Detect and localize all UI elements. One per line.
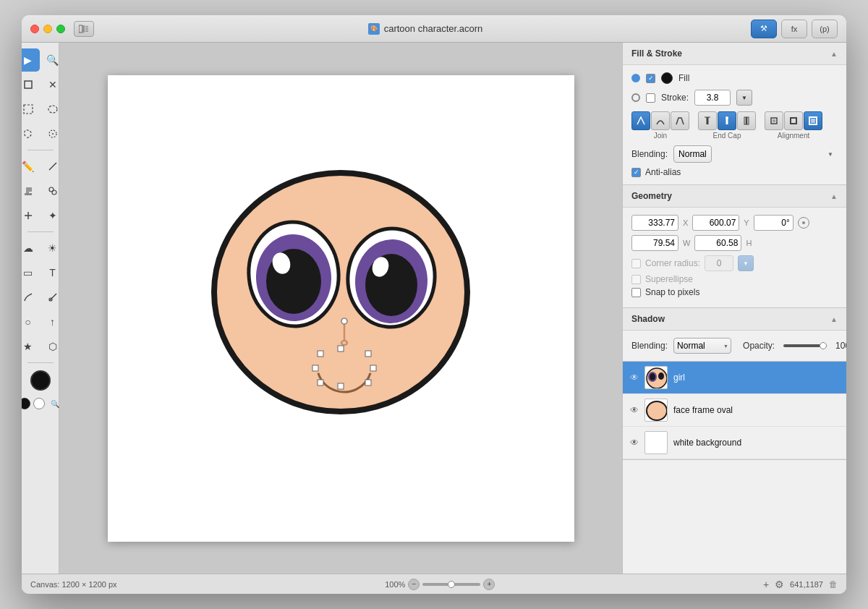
zoom-level: 100% xyxy=(385,580,405,589)
layer-name: girl xyxy=(673,372,839,383)
svg-rect-26 xyxy=(811,119,815,123)
settings-button[interactable]: ⚙ xyxy=(775,579,784,590)
canvas-info: Canvas: 1200 × 1200 px xyxy=(30,580,117,589)
stroke-dropdown[interactable]: ▼ xyxy=(736,90,752,106)
crop-tool[interactable] xyxy=(22,73,40,96)
statusbar: Canvas: 1200 × 1200 px 100% − + + ⚙ 641,… xyxy=(22,574,846,594)
w-input[interactable] xyxy=(631,235,678,251)
geometry-header[interactable]: Geometry ▲ xyxy=(623,185,846,208)
fullscreen-button[interactable] xyxy=(56,25,65,33)
pen-tool[interactable]: ✏️ xyxy=(22,155,40,178)
main-content: ▶ 🔍 ✕ xyxy=(22,43,846,574)
align-center-btn[interactable] xyxy=(784,111,803,130)
zoom-in-button[interactable]: + xyxy=(483,579,495,590)
lasso-tool[interactable] xyxy=(22,122,40,145)
h-input[interactable] xyxy=(694,235,741,251)
shadow-header[interactable]: Shadow ▲ xyxy=(623,308,846,331)
star-tool[interactable]: ★ xyxy=(22,335,40,358)
align-inside-btn[interactable] xyxy=(765,111,783,130)
main-canvas[interactable] xyxy=(108,75,574,542)
x-input[interactable] xyxy=(631,215,678,231)
fx-button[interactable]: fx xyxy=(781,20,807,38)
layers-section: 👁girl👁face frame oval👁white background xyxy=(623,362,846,460)
zoom-slider[interactable] xyxy=(422,583,480,586)
alignment-buttons xyxy=(765,111,822,130)
layer-visibility-icon[interactable]: 👁 xyxy=(630,405,639,415)
bezier-tool[interactable] xyxy=(22,286,40,309)
opacity-slider[interactable] xyxy=(783,344,827,347)
doc-icon: 🎨 xyxy=(368,23,380,35)
corner-radius-checkbox[interactable] xyxy=(631,259,641,268)
join-group: Join xyxy=(631,111,689,140)
tools-button[interactable]: ⚒ xyxy=(751,20,777,38)
select-tool[interactable]: ▶ xyxy=(22,48,40,72)
heal-tool[interactable] xyxy=(22,204,40,227)
fill-checkbox[interactable]: ✓ xyxy=(646,74,655,83)
layer-item[interactable]: 👁white background xyxy=(623,427,846,459)
toolbar: ▶ 🔍 ✕ xyxy=(22,43,59,574)
zoom-controls: 100% − + xyxy=(385,579,495,590)
rect-select-tool[interactable] xyxy=(22,98,40,121)
snap-checkbox[interactable] xyxy=(631,288,641,297)
rectangle-shape-tool[interactable]: ▭ xyxy=(22,261,40,284)
antialias-checkbox[interactable]: ✓ xyxy=(631,168,641,177)
zoom-out-button[interactable]: − xyxy=(408,579,420,590)
corner-radius-input[interactable] xyxy=(705,255,733,271)
layer-item[interactable]: 👁face frame oval xyxy=(623,394,846,427)
sidebar-toggle-button[interactable] xyxy=(74,21,94,37)
join-round-btn[interactable] xyxy=(651,111,670,130)
layer-visibility-icon[interactable]: 👁 xyxy=(630,438,639,448)
layer-thumbnail xyxy=(644,399,668,422)
layer-item[interactable]: 👁girl xyxy=(623,362,846,394)
app-window: 🎨 cartoon character.acorn ⚒ fx (p) ▶ 🔍 xyxy=(22,15,846,594)
blending-select-wrap: Normal xyxy=(673,145,838,163)
ellipse-shape-tool[interactable]: ○ xyxy=(22,310,40,333)
right-panel: Fill & Stroke ▲ ✓ Fill xyxy=(622,43,846,574)
blending-select[interactable]: Normal xyxy=(673,145,712,163)
geometry-chevron-icon: ▲ xyxy=(830,192,838,200)
svg-point-9 xyxy=(52,133,54,135)
delete-layer-button[interactable]: 🗑 xyxy=(829,579,838,589)
svg-line-10 xyxy=(49,163,56,170)
svg-point-20 xyxy=(726,116,728,119)
add-layer-button[interactable]: + xyxy=(763,579,769,590)
wh-row: W H xyxy=(631,235,838,251)
foreground-color[interactable] xyxy=(30,370,51,391)
corner-radius-dropdown[interactable]: ▼ xyxy=(738,255,754,271)
superellipse-checkbox[interactable] xyxy=(631,275,641,284)
align-outside-btn[interactable] xyxy=(804,111,822,130)
small-background-color[interactable] xyxy=(33,398,45,409)
join-miter-btn[interactable] xyxy=(631,111,650,130)
endcap-square-btn[interactable] xyxy=(737,111,756,130)
endcap-butt-btn[interactable] xyxy=(698,111,717,130)
traffic-lights xyxy=(30,25,65,33)
y-input[interactable] xyxy=(692,215,739,231)
chevron-icon: ▲ xyxy=(830,50,838,58)
angle-input[interactable] xyxy=(754,215,793,231)
status-actions: + ⚙ 641,1187 🗑 xyxy=(763,579,838,590)
join-bevel-btn[interactable] xyxy=(671,111,689,130)
minimize-button[interactable] xyxy=(43,25,52,33)
stroke-checkbox[interactable] xyxy=(646,93,655,103)
p-button[interactable]: (p) xyxy=(812,20,838,38)
stroke-radio[interactable] xyxy=(631,93,640,102)
close-button[interactable] xyxy=(30,25,39,33)
cloud-tool[interactable]: ☁ xyxy=(22,237,40,260)
endcap-buttons xyxy=(698,111,756,130)
svg-rect-0 xyxy=(79,25,82,33)
layer-visibility-icon[interactable]: 👁 xyxy=(630,372,639,383)
stroke-value-input[interactable] xyxy=(694,90,731,106)
shadow-section: Shadow ▲ Blending: Normal Opacity: 100% xyxy=(623,308,846,362)
shadow-chevron-icon: ▲ xyxy=(830,315,838,323)
small-foreground-color[interactable] xyxy=(22,398,30,409)
shadow-blending-select[interactable]: Normal xyxy=(673,338,731,354)
fill-row: ✓ Fill xyxy=(631,72,838,84)
endcap-round-btn[interactable] xyxy=(718,111,736,130)
superellipse-row: Superellipse xyxy=(631,274,838,284)
fill-tool[interactable] xyxy=(22,179,40,203)
svg-rect-24 xyxy=(773,119,775,122)
titlebar: 🎨 cartoon character.acorn ⚒ fx (p) xyxy=(22,15,846,43)
fill-radio[interactable] xyxy=(631,74,640,82)
fill-stroke-header[interactable]: Fill & Stroke ▲ xyxy=(623,43,846,65)
fill-color-swatch[interactable] xyxy=(661,72,673,84)
